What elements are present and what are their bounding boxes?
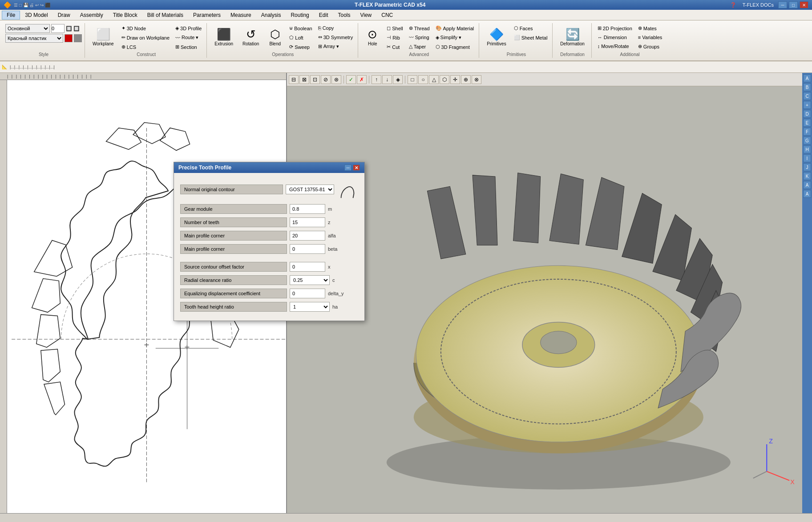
dialog-title-bar[interactable]: Precise Tooth Profile ─ ✕ [174,162,364,173]
input-alfa[interactable] [290,231,325,241]
color-swatch[interactable] [65,34,73,42]
select-contour[interactable]: GOST 13755-81 ISO 53 DIN 867 [286,185,334,194]
rs-btn-6[interactable]: E [803,119,811,127]
lcs-button[interactable]: ⊕ LCS [119,43,172,51]
primitives-button[interactable]: 🔷 Primitives [483,24,510,50]
loft-button[interactable]: ⬠ Loft [287,33,314,42]
menu-analysis[interactable]: Analysis [256,11,286,20]
thread-button[interactable]: ⊛ Thread [407,24,432,32]
input-beta[interactable] [290,244,325,254]
3dnode-button[interactable]: ✦ 3D Node [119,24,172,32]
menu-cnc[interactable]: CNC [376,11,398,20]
maximize-button[interactable]: □ [789,1,798,8]
menu-edit[interactable]: Edit [314,11,333,20]
rs-btn-10[interactable]: I [803,154,811,162]
simplify-button[interactable]: ◈ Simplify ▾ [433,33,477,42]
deformation-button[interactable]: 🔄 Deformation [556,24,588,50]
rs-btn-7[interactable]: F [803,128,811,136]
style-select[interactable]: Основной [5,24,50,33]
mates-button[interactable]: ⊗ Mates [636,24,664,32]
groups-button[interactable]: ⊕ Groups [636,42,664,51]
view1-btn[interactable]: ⊕ [461,75,471,84]
close-button[interactable]: ✕ [800,1,808,8]
color-select[interactable]: Красный пластик [5,34,63,43]
menu-file[interactable]: File [2,11,20,20]
cross2-btn[interactable]: ✛ [450,75,460,84]
boolean-button[interactable]: ⊎ Boolean [287,24,314,32]
variables-button[interactable]: ≡ Variables [636,33,664,41]
2dprojection-button[interactable]: ⊞ 2D Projection [595,24,634,32]
input-offset[interactable] [290,262,325,272]
menu-view[interactable]: View [355,11,376,20]
copy-button[interactable]: ⎘ Copy [316,24,356,32]
rs-btn-5[interactable]: D [803,110,811,118]
menu-routing[interactable]: Routing [286,11,314,20]
input-teeth[interactable] [290,217,325,227]
spring-button[interactable]: 〰 Spring [407,33,432,41]
up-btn[interactable]: ↑ [372,75,381,84]
route-button[interactable]: 〰 Route ▾ [173,33,204,42]
blend-button[interactable]: ⬡ Blend [264,24,286,50]
rs-btn-2[interactable]: B [803,83,811,91]
rs-btn-9[interactable]: H [803,145,811,153]
style-size-input[interactable] [51,24,65,33]
drawon-button[interactable]: ✏ Draw on Workplane [119,33,172,42]
rs-btn-12[interactable]: K [803,172,811,180]
hole-button[interactable]: ⊙ Hole [362,24,383,50]
taper-button[interactable]: △ Taper [407,42,432,51]
dimension-button[interactable]: ↔ Dimension [595,33,634,41]
circle-btn[interactable]: ○ [418,75,428,84]
shell-button[interactable]: ◻ Shell [384,24,405,32]
array-button[interactable]: ⊞ Array ▾ [316,42,356,51]
rib-button[interactable]: ⊣ Rib [384,33,405,42]
check-btn[interactable]: ✓ [346,75,356,84]
rs-btn-3[interactable]: C [803,92,811,100]
sheetmetal-button[interactable]: ⬜ Sheet Metal [512,33,550,42]
hex-btn[interactable]: ⬡ [440,75,449,84]
cut-button[interactable]: ✂ Cut [384,43,405,51]
sweep-button[interactable]: ⟳ Sweep [287,43,314,51]
filter4-btn[interactable]: ⊘ [321,75,331,84]
input-equalize[interactable] [290,289,325,298]
faces-button[interactable]: ⬡ Faces [512,24,550,32]
menu-draw[interactable]: Draw [53,11,75,20]
input-module[interactable] [290,204,325,214]
3dsymmetry-button[interactable]: ⇔ 3D Symmetry [316,33,356,41]
rotation-button[interactable]: ↺ Rotation [238,24,263,50]
rs-btn-13[interactable]: A [803,181,811,189]
down-btn[interactable]: ↓ [382,75,392,84]
menu-tools[interactable]: Tools [333,11,355,20]
minimize-button[interactable]: ─ [778,1,787,8]
workplane-button[interactable]: ⬜ Workplane [89,24,118,50]
dialog-close-btn[interactable]: ✕ [353,165,360,171]
menu-parameters[interactable]: Parameters [188,11,226,20]
3dprofile-button[interactable]: ◈ 3D Profile [173,24,204,32]
color-swatch2[interactable] [74,34,82,42]
menu-measure[interactable]: Measure [226,11,256,20]
dialog-min-btn[interactable]: ─ [344,165,351,171]
cross-btn[interactable]: ✗ [357,75,367,84]
section-button[interactable]: ⊞ Section [173,43,204,51]
select-clearance[interactable]: 0.25 0.3 0.35 [290,275,330,285]
rect-btn[interactable]: □ [408,75,417,84]
filter-btn[interactable]: ⊟ [289,75,299,84]
3dfragment-button[interactable]: ⬡ 3D Fragment [433,43,477,51]
triangle-btn[interactable]: △ [429,75,439,84]
filter3-btn[interactable]: ⊡ [310,75,320,84]
filter2-btn[interactable]: ⊠ [299,75,309,84]
node-btn[interactable]: ◈ [393,75,403,84]
view2-btn[interactable]: ⊗ [472,75,481,84]
menu-titleblock[interactable]: Title Block [108,11,142,20]
rs-btn-8[interactable]: G [803,137,811,145]
extrusion-button[interactable]: ⬛ Extrusion [210,24,237,50]
rs-btn-11[interactable]: J [803,163,811,171]
rs-btn-4[interactable]: + [803,101,811,109]
rs-btn-1[interactable]: A [803,74,811,82]
filter5-btn[interactable]: ⊛ [331,75,341,84]
select-head[interactable]: 1 1.25 [290,302,330,312]
menu-assembly[interactable]: Assembly [75,11,108,20]
menu-3dmodel[interactable]: 3D Model [20,11,53,20]
rs-btn-14[interactable]: Α [803,190,811,198]
applymaterial-button[interactable]: 🎨 Apply Material [433,24,477,32]
moverotate-button[interactable]: ↕ Move/Rotate [595,42,634,50]
